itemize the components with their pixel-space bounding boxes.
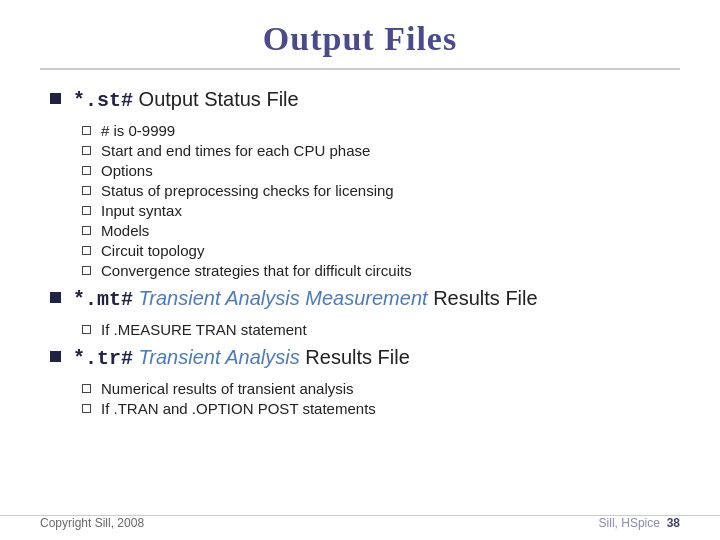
slide-title: Output Files [40, 20, 680, 58]
sub-item-text: Input syntax [101, 202, 182, 219]
main-item-tr: *.tr# Transient Analysis Results File [50, 346, 680, 370]
bullet-square-icon [50, 292, 61, 303]
sub-bullet-icon [82, 384, 91, 393]
mt-label-bold: *.mt# [73, 288, 133, 311]
sub-bullet-icon [82, 126, 91, 135]
sub-item-text: Options [101, 162, 153, 179]
footer-brand: Sill, HSpice 38 [599, 516, 680, 530]
content-area: *.st# Output Status File # is 0-9999 Sta… [40, 88, 680, 417]
main-item-mt-text: *.mt# Transient Analysis Measurement Res… [73, 287, 538, 311]
st-label-bold: *.st# [73, 89, 133, 112]
bullet-square-icon [50, 93, 61, 104]
list-item: # is 0-9999 [82, 122, 680, 139]
main-item-tr-text: *.tr# Transient Analysis Results File [73, 346, 410, 370]
list-item: Input syntax [82, 202, 680, 219]
list-item: Start and end times for each CPU phase [82, 142, 680, 159]
sub-item-text: If .TRAN and .OPTION POST statements [101, 400, 376, 417]
main-item-st-text: *.st# Output Status File [73, 88, 299, 112]
bullet-square-icon [50, 351, 61, 362]
main-item-mt: *.mt# Transient Analysis Measurement Res… [50, 287, 680, 311]
sub-bullet-icon [82, 206, 91, 215]
sub-bullet-icon [82, 325, 91, 334]
list-item: If .TRAN and .OPTION POST statements [82, 400, 680, 417]
sub-bullet-icon [82, 166, 91, 175]
list-item: If .MEASURE TRAN statement [82, 321, 680, 338]
sub-item-text: If .MEASURE TRAN statement [101, 321, 307, 338]
sub-bullet-icon [82, 266, 91, 275]
sub-bullet-icon [82, 404, 91, 413]
sub-bullet-icon [82, 146, 91, 155]
tr-label-bold: *.tr# [73, 347, 133, 370]
sub-bullet-icon [82, 246, 91, 255]
page-number: 38 [667, 516, 680, 530]
sub-bullet-icon [82, 226, 91, 235]
brand-name: Sill, HSpice [599, 516, 660, 530]
copyright-text: Copyright Sill, 2008 [40, 516, 144, 530]
circuit-topology-text: Circuit topology [101, 242, 204, 259]
list-item: Status of preprocessing checks for licen… [82, 182, 680, 199]
mt-sub-list: If .MEASURE TRAN statement [82, 321, 680, 338]
sub-item-text: # is 0-9999 [101, 122, 175, 139]
sub-item-text: Start and end times for each CPU phase [101, 142, 370, 159]
tr-label-italic: Transient Analysis [139, 346, 306, 368]
sub-item-text: Convergence strategies that for difficul… [101, 262, 412, 279]
sub-item-text: Models [101, 222, 149, 239]
list-item: Circuit topology [82, 242, 680, 259]
mt-label-italic: Transient Analysis Measurement [139, 287, 434, 309]
title-area: Output Files [40, 20, 680, 70]
tr-sub-list: Numerical results of transient analysis … [82, 380, 680, 417]
list-item: Models [82, 222, 680, 239]
sub-item-text: Status of preprocessing checks for licen… [101, 182, 394, 199]
list-item: Convergence strategies that for difficul… [82, 262, 680, 279]
main-item-st: *.st# Output Status File [50, 88, 680, 112]
slide: Output Files *.st# Output Status File # … [0, 0, 720, 540]
list-item: Options [82, 162, 680, 179]
mt-label-normal: Results File [433, 287, 537, 309]
sub-item-text: Numerical results of transient analysis [101, 380, 354, 397]
sub-bullet-icon [82, 186, 91, 195]
st-label-rest: Output Status File [139, 88, 299, 110]
list-item: Numerical results of transient analysis [82, 380, 680, 397]
st-sub-list: # is 0-9999 Start and end times for each… [82, 122, 680, 279]
footer: Copyright Sill, 2008 Sill, HSpice 38 [0, 515, 720, 530]
tr-label-normal: Results File [305, 346, 409, 368]
